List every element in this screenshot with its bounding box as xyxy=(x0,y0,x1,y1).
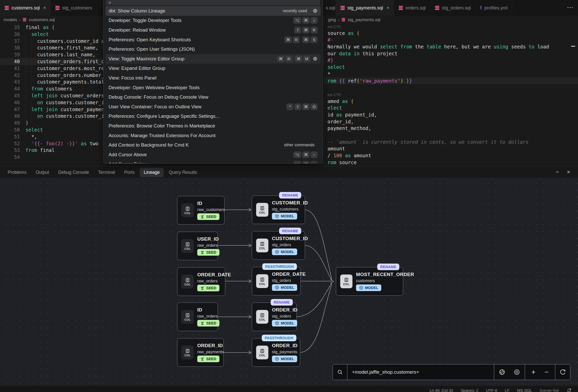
breadcrumb-file[interactable]: stg_payments.sql xyxy=(348,17,380,22)
tab-stg-payments-sql[interactable]: stg_payments.sql× xyxy=(336,0,394,16)
lineage-node-raw_orders-user_id[interactable]: COLUSER_IDraw_ordersSEED xyxy=(177,232,218,260)
refresh-icon[interactable] xyxy=(555,364,570,380)
code-line[interactable]: order_id, xyxy=(324,118,578,125)
lineage-node-customers-most_recent_order[interactable]: RENAMECOLMOST_RECENT_ORDERcustomersMODEL xyxy=(336,267,403,296)
command-item[interactable]: Preferences: Open Keyboard Shortcuts⌘R⌘S xyxy=(106,35,321,45)
tab-stg-customers[interactable]: stg_customers xyxy=(51,0,97,16)
node-title: ORDER_DATE xyxy=(272,271,306,277)
tab-profiles-yml[interactable]: !profiles.yml xyxy=(476,0,512,16)
code-line[interactable]: rom source xyxy=(324,159,578,166)
breadcrumb-folder[interactable]: models xyxy=(4,17,17,22)
codelens-label[interactable]: ew CTE xyxy=(327,24,341,29)
code-line[interactable]: #- xyxy=(324,36,578,43)
zoom-out-button[interactable]: − xyxy=(545,368,549,376)
panel-tab-lineage[interactable]: Lineage xyxy=(140,168,164,177)
status-item[interactable]: LF xyxy=(505,388,509,392)
gear-icon[interactable] xyxy=(313,56,318,61)
lineage-node-stg_orders-customer_id[interactable]: RENAMECOLCUSTOMER_IDstg_ordersMODEL xyxy=(252,231,305,260)
lineage-node-stg_orders-order_id[interactable]: RENAMECOLORDER_IDstg_ordersMODEL xyxy=(252,303,297,331)
code-line[interactable]: / 100 as amount xyxy=(324,152,578,159)
code-line[interactable]: #} xyxy=(324,57,578,64)
panel-tab-output[interactable]: Output xyxy=(36,170,49,175)
editor-stg-payments[interactable]: ging › stg_payments.sql ew CTEsource as … xyxy=(324,16,578,166)
panel-tab-problems[interactable]: Problems xyxy=(8,170,27,175)
lineage-node-raw_payments-order_id[interactable]: COLORDER_IDraw_paymentsSEED xyxy=(177,338,224,367)
command-item[interactable]: Accounts: Manage Trusted Extensions For … xyxy=(106,131,321,140)
lineage-node-stg_payments-order_id[interactable]: PASSTHROUGHCOLORDER_IDstg_paymentsMODEL xyxy=(252,338,300,367)
codelens-label[interactable]: ew CTE xyxy=(327,93,341,97)
code-line[interactable]: amount xyxy=(324,145,578,152)
tab-stg-orders-sql[interactable]: stg_orders.sql xyxy=(430,0,476,16)
breadcrumb-folder[interactable]: ging xyxy=(328,17,336,22)
code-line[interactable]: ew CTE xyxy=(324,91,578,98)
code-line[interactable]: amed as ( xyxy=(324,98,578,105)
command-item[interactable]: Preferences: Open User Settings (JSON) xyxy=(106,44,321,54)
command-item[interactable]: Add Context to Background for Cmd Kother… xyxy=(106,140,321,150)
command-label: Add Context to Background for Cmd K xyxy=(109,142,189,148)
command-label: Developer: Toggle Developer Tools xyxy=(109,18,181,23)
breadcrumb-file[interactable]: customers.sql xyxy=(29,17,55,22)
code-line[interactable]: -- `amount` is currently stored in cents… xyxy=(324,139,578,146)
code-line[interactable]: elect xyxy=(324,104,578,111)
command-item[interactable]: View: Focus into Panel xyxy=(106,73,321,83)
status-item[interactable]: UTF-8 xyxy=(486,388,497,392)
command-item[interactable]: Developer: Open Webview Developer Tools xyxy=(106,83,321,93)
gear-icon[interactable] xyxy=(313,8,318,13)
more-actions-button[interactable]: ⋯ xyxy=(567,4,574,11)
chevron-up-icon[interactable] xyxy=(555,170,560,174)
command-item[interactable]: Add Cursor Below⌥⌘↓ xyxy=(106,160,321,163)
warning-icon: ! xyxy=(480,5,482,11)
notifications-bell-icon[interactable] xyxy=(567,388,571,392)
column-chip: COL xyxy=(181,275,194,289)
close-icon[interactable]: × xyxy=(43,5,46,10)
command-item[interactable]: Add Cursor Above⌥⌘↑ xyxy=(106,150,321,160)
code-line[interactable]: rom {{ ref('raw_payments') }} xyxy=(324,77,578,84)
command-item[interactable]: Developer: Toggle Developer Tools⌥⌘I xyxy=(106,16,321,25)
lineage-node-raw_orders-order_date[interactable]: COLORDER_DATEraw_ordersSEED xyxy=(177,267,225,296)
lineage-node-stg_customers-customer_id[interactable]: RENAMECOLCUSTOMER_IDstg_customersMODEL xyxy=(252,195,305,224)
status-item[interactable]: Cursor Tab xyxy=(540,388,559,392)
code-line[interactable]: select xyxy=(324,64,578,71)
focus-target-icon[interactable] xyxy=(514,369,520,375)
command-item[interactable]: View: Expand Editor Group xyxy=(106,64,321,73)
code-line[interactable] xyxy=(324,84,578,91)
status-item[interactable]: Ln 40, Col 33 xyxy=(430,388,453,392)
lineage-node-raw_customers-id[interactable]: COLIDraw_customersSEED xyxy=(177,196,225,225)
command-item[interactable]: User View Container: Focus on Outline Vi… xyxy=(106,102,321,112)
command-item[interactable]: Preferences: Browse Color Themes in Mark… xyxy=(106,121,321,131)
tab-s-sql[interactable]: s.sql xyxy=(324,0,336,16)
code-line[interactable] xyxy=(324,132,578,139)
code-line[interactable]: ew CTE xyxy=(324,23,578,30)
close-panel-icon[interactable] xyxy=(566,170,571,174)
tab-customers-sql[interactable]: customers.sql× xyxy=(0,0,51,16)
code-line[interactable]: id as payment_id, xyxy=(324,111,578,118)
aperture-icon[interactable] xyxy=(499,369,505,375)
code-line[interactable]: our data in this project xyxy=(324,50,578,57)
command-item[interactable]: Debug Console: Focus on Debug Console Vi… xyxy=(106,92,321,102)
command-item[interactable]: View: Toggle Maximize Editor Group⌘R⌘M xyxy=(106,54,321,64)
lineage-node-raw_orders-id[interactable]: COLIDraw_ordersSEED xyxy=(177,303,218,331)
code-line[interactable]: source as ( xyxy=(324,30,578,37)
command-input[interactable]: > xyxy=(106,0,320,5)
zoom-in-button[interactable]: + xyxy=(531,368,535,376)
code-line[interactable]: * xyxy=(324,71,578,77)
command-item[interactable]: Developer: Reload Window⇧⌘R xyxy=(106,25,321,35)
lineage-node-stg_orders-order_date[interactable]: PASSTHROUGHCOLORDER_DATEstg_ordersMODEL xyxy=(252,267,301,295)
lineage-search-input[interactable]: +model.jaffle_shop.customers+ xyxy=(347,364,494,380)
panel-tab-terminal[interactable]: Terminal xyxy=(98,170,115,175)
code-area-stg-payments[interactable]: ew CTEsource as (#-Normally we would sel… xyxy=(324,23,578,166)
code-line[interactable]: payment_method, xyxy=(324,125,578,132)
breadcrumb[interactable]: ging › stg_payments.sql xyxy=(324,16,578,23)
command-item[interactable]: dbt: Show Column Lineagerecently used xyxy=(106,6,321,16)
lineage-canvas[interactable]: COLIDraw_customersSEEDCOLUSER_IDraw_orde… xyxy=(0,178,578,392)
panel-tab-query-results[interactable]: Query Results xyxy=(169,170,197,175)
tab-orders-sql[interactable]: orders.sql xyxy=(394,0,430,16)
status-item[interactable]: MS SQL xyxy=(517,388,532,392)
code-line[interactable]: Normally we would select from the table … xyxy=(324,43,578,50)
panel-tab-debug-console[interactable]: Debug Console xyxy=(58,170,89,175)
panel-tab-ports[interactable]: Ports xyxy=(124,170,135,175)
line-number: 37 xyxy=(0,38,20,45)
status-item[interactable]: Spaces: 2 xyxy=(461,388,478,392)
close-icon[interactable]: × xyxy=(387,5,389,10)
command-item[interactable]: Preferences: Configure Language Specific… xyxy=(106,112,321,121)
